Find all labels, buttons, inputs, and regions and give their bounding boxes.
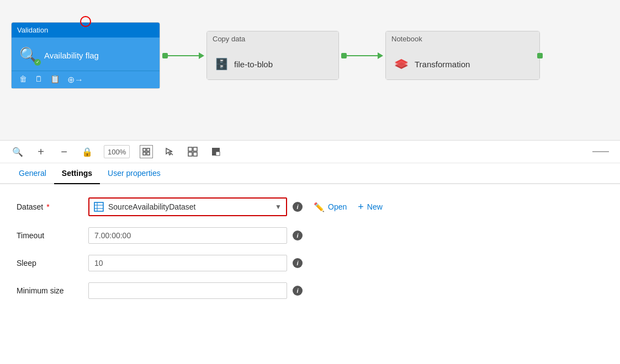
svg-rect-4 — [147, 148, 150, 151]
dataset-info-icon[interactable]: i — [293, 202, 303, 212]
settings-form: Dataset * SourceAvailabilityDataset ▼ — [0, 184, 620, 323]
timeout-form-row: Timeout i — [17, 227, 603, 244]
svg-rect-10 — [193, 147, 197, 151]
connector-2 — [339, 52, 385, 59]
sleep-label: Sleep — [17, 259, 88, 267]
validation-node-label: Availability flag — [44, 51, 99, 60]
svg-rect-17 — [94, 202, 103, 211]
dataset-value: SourceAvailabilityDataset — [108, 202, 196, 211]
copy-data-node[interactable]: Copy data 🗄️ file-to-blob — [206, 31, 339, 80]
connector-line-1 — [167, 55, 200, 56]
dataset-control-wrapper: SourceAvailabilityDataset ▼ i ✏️ Open + … — [88, 197, 603, 216]
timeout-control-wrapper: i — [88, 227, 603, 244]
connector-1 — [160, 52, 206, 59]
minimum-size-input[interactable] — [88, 282, 287, 299]
pipeline-canvas: Validation 🔍 ✓ Availability flag 🗑 🗒 📋 ⊕… — [0, 0, 620, 141]
validation-node[interactable]: Validation 🔍 ✓ Availability flag 🗑 🗒 📋 ⊕… — [11, 22, 160, 89]
notebook-header: Notebook — [386, 31, 539, 46]
svg-rect-14 — [216, 148, 220, 152]
copy-icon[interactable]: 📋 — [50, 74, 60, 85]
svg-rect-11 — [188, 152, 192, 156]
svg-rect-16 — [216, 152, 220, 156]
lock-toolbar-icon[interactable]: 🔒 — [81, 145, 94, 158]
open-button[interactable]: ✏️ Open — [314, 202, 347, 212]
svg-rect-5 — [143, 152, 146, 155]
validation-error-indicator — [80, 16, 91, 27]
notebook-right-connector — [537, 53, 543, 58]
select-tool-icon[interactable] — [163, 145, 176, 158]
svg-rect-15 — [212, 152, 216, 156]
copy-data-body: 🗄️ file-to-blob — [207, 46, 338, 79]
notebook-body: Transformation — [386, 46, 539, 79]
minimum-size-form-row: Minimum size i — [17, 282, 603, 299]
pipeline-nodes-container: Validation 🔍 ✓ Availability flag 🗑 🗒 📋 ⊕… — [11, 22, 540, 89]
dataset-select[interactable]: SourceAvailabilityDataset ▼ — [88, 197, 287, 216]
timeout-input[interactable] — [88, 227, 287, 244]
open-label: Open — [328, 202, 347, 211]
minimum-size-info-icon[interactable]: i — [293, 286, 303, 296]
delete-icon[interactable]: 🗑 — [19, 74, 27, 85]
dataset-form-row: Dataset * SourceAvailabilityDataset ▼ — [17, 197, 603, 216]
dataset-label: Dataset * — [17, 202, 88, 211]
copy-data-label: file-to-blob — [234, 60, 273, 69]
tab-settings[interactable]: Settings — [54, 163, 100, 184]
property-tabs: General Settings User properties — [0, 163, 620, 184]
dataset-grid-icon — [94, 202, 104, 212]
dataset-required-star: * — [44, 202, 49, 211]
zoom-level[interactable]: 100% — [104, 145, 130, 158]
notebook-header-label: Notebook — [391, 35, 422, 43]
toolbar-divider — [592, 151, 609, 152]
svg-rect-6 — [147, 152, 150, 155]
minimum-size-label: Minimum size — [17, 286, 88, 295]
svg-rect-12 — [193, 152, 197, 156]
pencil-icon: ✏️ — [314, 202, 325, 212]
plus-new-icon: + — [358, 201, 364, 213]
notebook-node[interactable]: Notebook Transformation — [385, 31, 540, 80]
canvas-toolbar: 🔍 + − 🔒 100% — [0, 141, 620, 163]
add-toolbar-icon[interactable]: + — [34, 145, 47, 158]
remove-toolbar-icon[interactable]: − — [57, 145, 71, 158]
new-button[interactable]: + New — [358, 201, 383, 213]
copy-data-header: Copy data — [207, 31, 338, 46]
dataset-select-inner: SourceAvailabilityDataset — [94, 202, 275, 212]
validation-node-footer: 🗑 🗒 📋 ⊕→ — [12, 71, 160, 88]
svg-rect-13 — [212, 148, 216, 152]
validation-check-badge: ✓ — [34, 59, 41, 66]
svg-rect-3 — [143, 148, 146, 151]
timeout-info-icon[interactable]: i — [293, 231, 303, 240]
sleep-input[interactable] — [88, 255, 287, 271]
zoom-fit-icon[interactable] — [186, 145, 199, 158]
svg-rect-9 — [188, 147, 192, 151]
copy-data-icon: 🗄️ — [215, 57, 229, 71]
validation-activity-icon: 🔍 ✓ — [19, 46, 39, 65]
add-connection-icon[interactable]: ⊕→ — [67, 74, 83, 85]
tab-general[interactable]: General — [11, 163, 54, 184]
new-label: New — [367, 202, 383, 211]
sleep-info-icon[interactable]: i — [293, 258, 303, 268]
validation-node-body: 🔍 ✓ Availability flag — [12, 38, 160, 71]
copy-data-header-label: Copy data — [213, 35, 245, 43]
timeout-label: Timeout — [17, 231, 88, 240]
tab-user-properties[interactable]: User properties — [100, 163, 168, 184]
minimum-size-control-wrapper: i — [88, 282, 603, 299]
settings-icon[interactable]: 🗒 — [35, 74, 43, 85]
layers-icon[interactable] — [209, 145, 222, 158]
notebook-activity-icon — [394, 58, 409, 70]
search-toolbar-icon[interactable]: 🔍 — [11, 145, 24, 158]
sleep-form-row: Sleep i — [17, 255, 603, 271]
validation-header-label: Validation — [17, 26, 48, 34]
connector-line-2 — [346, 55, 379, 56]
dropdown-chevron-icon: ▼ — [275, 203, 282, 211]
sleep-control-wrapper: i — [88, 255, 603, 271]
fit-screen-icon[interactable] — [140, 145, 153, 158]
notebook-label: Transformation — [415, 60, 470, 69]
